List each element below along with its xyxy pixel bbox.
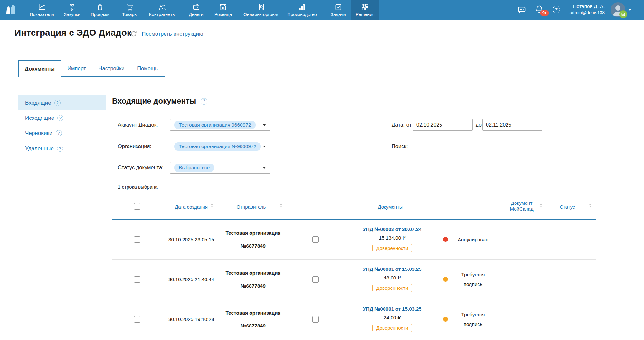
org-label: Организация: xyxy=(118,143,151,149)
column-header-created[interactable]: Дата создания xyxy=(175,204,208,210)
sender-line2: №6877849 xyxy=(241,283,266,288)
sort-icon[interactable] xyxy=(280,204,282,207)
moysklad-logo-icon[interactable] xyxy=(5,4,17,16)
tab-pomosch[interactable]: Помощь xyxy=(137,65,158,71)
sidebar-divider xyxy=(106,90,106,340)
select-all-checkbox[interactable] xyxy=(134,203,140,210)
section-title: Входящие документы xyxy=(112,97,196,106)
solutions-apps-icon xyxy=(361,3,369,11)
tasks-check-icon xyxy=(334,3,342,11)
documents-cell: УПД №00001 от 15.03.25 24,00 ₽ Доверенно… xyxy=(345,306,439,332)
tab-import[interactable]: Импорт xyxy=(67,65,86,71)
tab-nastroyki[interactable]: Настройки xyxy=(99,65,125,71)
document-amount: 24,00 ₽ xyxy=(384,315,401,321)
tab-underline xyxy=(61,76,165,77)
nav-label: Закупки xyxy=(64,12,80,17)
nav-item-prodazhi[interactable]: Продажи xyxy=(86,0,114,20)
nav-item-proizvodstvo[interactable]: Производство xyxy=(283,0,321,20)
org-dropdown[interactable]: Тестовая организация №9660972 xyxy=(170,141,270,152)
nav-label: Розница xyxy=(214,12,232,17)
purchases-handtruck-icon xyxy=(68,3,76,11)
document-link[interactable]: УПД №00001 от 15.03.25 xyxy=(363,306,421,312)
attorney-badge[interactable]: Доверенности xyxy=(372,324,412,332)
attorney-badge[interactable]: Доверенности xyxy=(372,284,412,292)
nav-label: Задачи xyxy=(330,12,346,17)
retail-store-icon xyxy=(219,3,227,11)
chevron-down-icon xyxy=(263,146,266,147)
nav-item-tovary[interactable]: Товары xyxy=(118,0,142,20)
doc-checkbox[interactable] xyxy=(312,236,319,243)
document-link[interactable]: УПД №00001 от 15.03.25 xyxy=(363,266,421,272)
status-text: Требуется подпись xyxy=(452,310,494,329)
document-link[interactable]: УПД №00003 от 30.07.24 xyxy=(363,226,421,232)
nav-label: Показатели xyxy=(30,12,54,17)
sort-icon[interactable] xyxy=(589,204,592,207)
column-header-status[interactable]: Статус xyxy=(560,204,575,210)
nav-item-online-torgovlya[interactable]: Онлайн-торговля xyxy=(239,0,284,20)
help-icon[interactable] xyxy=(553,6,560,13)
ms-doc-line2: МойСклад xyxy=(510,206,534,212)
tab-dokumenty[interactable]: Документы xyxy=(18,60,61,77)
sort-icon[interactable] xyxy=(211,204,213,207)
doc-checkbox[interactable] xyxy=(312,316,319,323)
nav-label: Производство xyxy=(287,12,317,17)
sidebar-item-label: Исходящие xyxy=(25,115,54,121)
row-checkbox[interactable] xyxy=(134,236,140,243)
sender-line2: №6877849 xyxy=(241,243,266,249)
production-bars-icon xyxy=(298,3,306,11)
status-dropdown[interactable]: Выбраны все xyxy=(170,162,270,174)
status-cell: Требуется подпись xyxy=(439,270,596,289)
nav-item-zakupki[interactable]: Закупки xyxy=(59,0,85,20)
doc-checkbox[interactable] xyxy=(312,276,319,283)
documents-cell: УПД №00001 от 15.03.25 48,00 ₽ Доверенно… xyxy=(345,266,439,292)
nav-item-roznica[interactable]: Розница xyxy=(210,0,236,20)
nav-label: Деньги xyxy=(189,12,203,17)
date-to-input[interactable] xyxy=(482,119,542,131)
chat-icon[interactable] xyxy=(517,5,527,15)
sender-cell: Тестовая организация №6877849 xyxy=(220,307,286,332)
help-circle-icon[interactable] xyxy=(56,130,62,136)
chevron-down-icon xyxy=(263,124,266,126)
nav-item-zadachi[interactable]: Задачи xyxy=(326,0,350,20)
nav-item-kontragenty[interactable]: Контрагенты xyxy=(145,0,180,20)
account-label: Аккаунт Диадок: xyxy=(118,122,158,128)
created-cell: 30.10.2025 19:10:28 xyxy=(162,316,220,322)
row-checkbox[interactable] xyxy=(134,316,140,323)
nav-item-dengi[interactable]: Деньги xyxy=(184,0,208,20)
column-header-documents[interactable]: Документы xyxy=(378,204,402,210)
attorney-badge[interactable]: Доверенности xyxy=(372,244,412,252)
help-circle-icon[interactable] xyxy=(54,100,61,106)
nav-label: Продажи xyxy=(91,12,109,17)
help-circle-icon[interactable] xyxy=(201,98,207,105)
sidebar-item-chernoviki[interactable]: Черновики xyxy=(18,126,106,141)
help-circle-icon[interactable] xyxy=(57,146,63,152)
sidebar-item-ishodyaschie[interactable]: Исходящие xyxy=(18,110,106,126)
help-circle-icon[interactable] xyxy=(57,115,63,121)
sender-line2: №6877849 xyxy=(241,323,266,328)
org-value-pill: Тестовая организация №9660972 xyxy=(174,142,261,151)
refresh-icon[interactable] xyxy=(130,30,137,37)
account-dropdown[interactable]: Тестовая организация 9660972 xyxy=(170,119,270,131)
instruction-link[interactable]: Посмотреть инструкцию xyxy=(142,31,203,37)
row-checkbox[interactable] xyxy=(134,276,140,283)
nav-item-pokazateli[interactable]: Показатели xyxy=(25,0,58,20)
user-menu[interactable]: Потапов Д. А. admin@denis138 xyxy=(570,3,605,15)
status-dot xyxy=(443,317,448,322)
status-value-pill: Выбраны все xyxy=(174,164,214,172)
sort-icon[interactable] xyxy=(540,204,542,207)
search-input[interactable] xyxy=(411,141,525,152)
sidebar-item-udalennye[interactable]: Удаленные xyxy=(18,141,106,156)
online-trade-icon xyxy=(257,3,266,11)
status-text: Аннулирован xyxy=(452,235,494,244)
nav-item-resheniya[interactable]: Решения xyxy=(351,0,379,20)
column-header-sender[interactable]: Отправитель xyxy=(237,204,266,210)
status-dot xyxy=(443,277,448,282)
money-wallet-icon xyxy=(192,3,200,11)
nav-label: Контрагенты xyxy=(149,12,175,17)
sender-line1: Тестовая организация xyxy=(225,270,280,276)
column-header-ms-doc[interactable]: Документ МойСклад xyxy=(510,200,534,212)
date-from-input[interactable] xyxy=(413,119,473,131)
sidebar-item-vhodyaschie[interactable]: Входящие xyxy=(18,95,106,110)
sender-cell: Тестовая организация №6877849 xyxy=(220,267,286,292)
date-to-label: до xyxy=(476,122,482,128)
